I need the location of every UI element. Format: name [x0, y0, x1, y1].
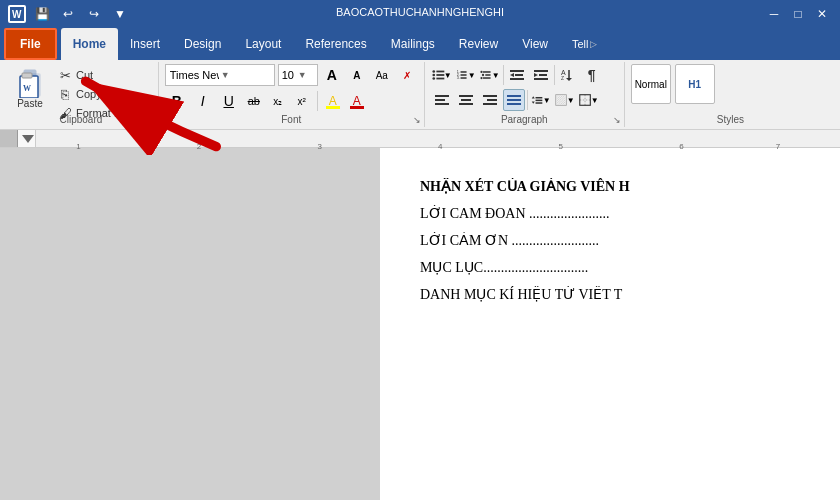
paste-button[interactable]: W Paste — [10, 64, 50, 111]
tab-view[interactable]: View — [510, 28, 560, 60]
doc-line-1: NHẬN XÉT CỦA GIẢNG VIÊN H — [420, 178, 800, 195]
customize-qat-button[interactable]: ▼ — [110, 4, 130, 24]
font-shrink-button[interactable]: A — [346, 64, 368, 86]
svg-rect-24 — [483, 77, 491, 79]
clear-formatting-button[interactable]: ✗ — [396, 64, 418, 86]
normal-style[interactable]: Normal — [631, 64, 671, 104]
tab-review[interactable]: Review — [447, 28, 510, 60]
justify-button[interactable] — [503, 89, 525, 111]
close-button[interactable]: ✕ — [812, 4, 832, 24]
italic-button[interactable]: I — [191, 89, 215, 113]
ruler-mark-3: 3 — [317, 142, 321, 151]
line-spacing-button[interactable]: ▼ — [530, 89, 552, 111]
doc-line-4: MỤC LỤC.............................. — [420, 259, 800, 276]
tab-layout[interactable]: Layout — [233, 28, 293, 60]
svg-rect-51 — [535, 97, 542, 99]
copy-button[interactable]: ⎘ Copy — [54, 85, 152, 103]
sort-button[interactable]: A Z — [557, 64, 579, 86]
para-row-2: ▼ ▼ — [431, 89, 600, 111]
font-size-selector[interactable]: 10 ▼ — [278, 64, 318, 86]
font-name-arrow-icon: ▼ — [221, 70, 270, 80]
borders-button[interactable]: ▼ — [578, 89, 600, 111]
styles-group: Normal H1 Styles — [625, 62, 836, 127]
tab-mailings[interactable]: Mailings — [379, 28, 447, 60]
numbering-button[interactable]: 1. 2. 3. ▼ — [455, 64, 477, 86]
svg-rect-31 — [539, 74, 547, 76]
ruler-mark-2: 2 — [197, 142, 201, 151]
svg-rect-41 — [461, 99, 471, 101]
align-left-button[interactable] — [431, 89, 453, 111]
title-bar: W 💾 ↩ ↪ ▼ BAOCAOTHUCHANHNGHENGHI ─ □ ✕ — [0, 0, 840, 28]
para-divider1 — [503, 65, 504, 85]
change-case-button[interactable]: Aa — [371, 64, 393, 86]
main-area: NHẬN XÉT CỦA GIẢNG VIÊN H LỜI CAM ĐOAN .… — [0, 148, 840, 500]
doc-line-3: LỜI CẢM ƠN ......................... — [420, 232, 800, 249]
svg-rect-18 — [460, 77, 466, 79]
svg-rect-46 — [507, 95, 521, 97]
paragraph-expand-icon[interactable]: ↘ — [613, 115, 621, 125]
redo-button[interactable]: ↪ — [84, 4, 104, 24]
tab-insert[interactable]: Insert — [118, 28, 172, 60]
text-highlight-button[interactable]: A — [322, 90, 344, 112]
bold-button[interactable]: B — [165, 89, 189, 113]
maximize-button[interactable]: □ — [788, 4, 808, 24]
font-size-arrow-icon: ▼ — [298, 70, 314, 80]
tab-file[interactable]: File — [4, 28, 57, 60]
undo-button[interactable]: ↩ — [58, 4, 78, 24]
document-area[interactable]: NHẬN XÉT CỦA GIẢNG VIÊN H LỜI CAM ĐOAN .… — [380, 148, 840, 500]
shading-button[interactable]: ▼ — [554, 89, 576, 111]
font-color-button[interactable]: A — [346, 90, 368, 112]
font-group: Times New Ro ▼ 10 ▼ A A Aa — [159, 62, 425, 127]
decrease-indent-button[interactable] — [506, 64, 528, 86]
svg-rect-5 — [22, 73, 32, 78]
align-right-button[interactable] — [479, 89, 501, 111]
svg-rect-39 — [435, 103, 449, 105]
svg-point-11 — [432, 77, 435, 80]
clipboard-label: Clipboard — [4, 114, 158, 125]
multilevel-button[interactable]: ▼ — [479, 64, 501, 86]
title-bar-left: W 💾 ↩ ↪ ▼ — [8, 4, 130, 24]
svg-point-7 — [432, 70, 435, 73]
styles-label: Styles — [625, 114, 836, 125]
font-grow-button[interactable]: A — [321, 64, 343, 86]
window-controls: ─ □ ✕ — [764, 4, 832, 24]
ruler-mark-6: 6 — [679, 142, 683, 151]
font-color-bar — [350, 106, 364, 109]
svg-rect-42 — [459, 103, 473, 105]
bullets-button[interactable]: ▼ — [431, 64, 453, 86]
svg-rect-28 — [510, 78, 524, 80]
paragraph-group: ▼ 1. 2. 3. ▼ — [425, 62, 625, 127]
font-name-selector[interactable]: Times New Ro ▼ — [165, 64, 275, 86]
tab-references[interactable]: References — [293, 28, 378, 60]
align-center-button[interactable] — [455, 89, 477, 111]
font-row-2: B I U ab x₂ x² — [165, 89, 368, 113]
doc-line-2: LỜI CAM ĐOAN ....................... — [420, 205, 800, 222]
tab-design[interactable]: Design — [172, 28, 233, 60]
font-expand-icon[interactable]: ↘ — [413, 115, 421, 125]
show-formatting-button[interactable]: ¶ — [581, 64, 603, 86]
tab-tell[interactable]: Tell ▷ — [560, 28, 610, 60]
heading1-style[interactable]: H1 — [675, 64, 715, 104]
svg-text:W: W — [12, 9, 22, 20]
cut-button[interactable]: ✂ Cut — [54, 66, 152, 84]
strikethrough-button[interactable]: ab — [243, 90, 265, 112]
subscript-button[interactable]: x₂ — [267, 90, 289, 112]
font-label: Font — [159, 114, 424, 125]
font-row-1: Times New Ro ▼ 10 ▼ A A Aa — [165, 64, 418, 86]
svg-point-23 — [480, 77, 482, 79]
word-icon: W — [8, 5, 26, 23]
ruler-mark-1: 1 — [76, 142, 80, 151]
clipboard-expand-icon[interactable]: ↘ — [147, 115, 155, 125]
save-button[interactable]: 💾 — [32, 4, 52, 24]
svg-rect-37 — [435, 95, 449, 97]
tab-home[interactable]: Home — [61, 28, 118, 60]
multilevel-arrow: ▼ — [492, 71, 500, 80]
svg-rect-44 — [487, 99, 497, 101]
superscript-button[interactable]: x² — [291, 90, 313, 112]
shading-arrow: ▼ — [567, 96, 575, 105]
left-panel — [0, 148, 380, 500]
underline-button[interactable]: U — [217, 89, 241, 113]
increase-indent-button[interactable] — [530, 64, 552, 86]
minimize-button[interactable]: ─ — [764, 4, 784, 24]
borders-arrow: ▼ — [591, 96, 599, 105]
